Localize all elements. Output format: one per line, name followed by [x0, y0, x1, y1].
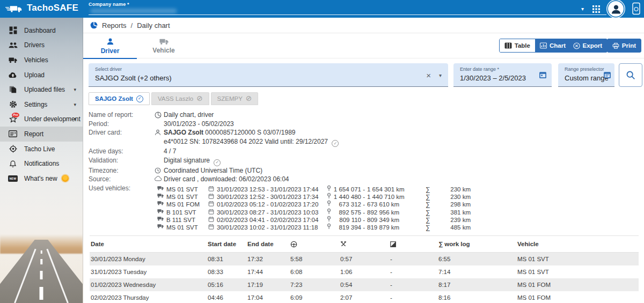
- date-range-label: Enter date range *: [460, 66, 545, 72]
- company-select[interactable]: Company name *: [89, 2, 606, 16]
- sidebar-item-label: Vehicles: [24, 56, 48, 64]
- cell-start: 08:31: [208, 256, 247, 262]
- table-chart-toggle: Table Chart: [499, 39, 571, 53]
- chevron-down-icon[interactable]: ▾: [439, 72, 442, 78]
- driver-select-field[interactable]: Select driver SAJGO Zsolt (+2 others) × …: [89, 63, 448, 87]
- bell-icon: [8, 160, 18, 168]
- driver-chip-sajgo[interactable]: SAJGO Zsolt ✓: [89, 92, 150, 105]
- driver-chip-label: SZEMPY: [217, 95, 243, 102]
- road-dash: [40, 271, 43, 279]
- breadcrumb-separator: /: [131, 21, 133, 29]
- dashboard-icon: [8, 26, 18, 34]
- sidebar-item-label: Notifications: [24, 160, 59, 167]
- cell-availability: -: [390, 269, 438, 275]
- date-range-field[interactable]: Enter date range * 1/30/2023 – 2/5/2023: [453, 63, 552, 87]
- truck-icon: [157, 216, 164, 221]
- truck-icon: [159, 38, 169, 45]
- detail-row-active-days: Active days: 4 / 7: [89, 147, 477, 156]
- cell-vehicle: MS 01 SVT: [517, 256, 639, 262]
- km-from: 819 394 -: [331, 223, 365, 232]
- cell-worklog: 6:55: [438, 256, 517, 262]
- sidebar-item-label: Dashboard: [24, 27, 56, 34]
- driver-chip-szempy[interactable]: SZEMPY ⊘: [211, 92, 259, 105]
- report-icon: [8, 130, 18, 137]
- detail-label: Active days:: [89, 147, 155, 156]
- driver-chip-label: SAJGO Zsolt: [95, 95, 133, 102]
- sidebar-item-label: Tacho Live: [24, 145, 55, 153]
- clear-icon[interactable]: ×: [426, 71, 431, 80]
- cell-start: 08:33: [208, 269, 247, 275]
- sidebar-item-dashboard[interactable]: Dashboard: [0, 23, 83, 38]
- driver-chip-vass[interactable]: VASS Laszlo ⊘: [151, 92, 209, 105]
- search-button[interactable]: [619, 63, 642, 87]
- cell-end: 17:44: [247, 269, 290, 275]
- tab-driver-label: Driver: [101, 47, 120, 55]
- driver-chip-label: VASS Laszlo: [158, 95, 193, 102]
- search-icon: [626, 70, 635, 80]
- sidebar-item-settings[interactable]: Settings ▾: [0, 97, 83, 112]
- detail-row-source: Source: Driver card , downloaded: 06/02/…: [89, 175, 477, 184]
- driver-select-value: SAJGO Zsolt (+2 others): [95, 74, 442, 82]
- company-caret-icon[interactable]: ▾: [581, 6, 584, 12]
- calendar-icon: [208, 193, 214, 199]
- app-logo[interactable]: TachoSAFE: [5, 3, 78, 13]
- sidebar-item-uploaded-files[interactable]: Uploaded files ▾: [0, 82, 83, 97]
- detail-label: Driver card:: [89, 128, 155, 137]
- breadcrumb-section[interactable]: Reports: [102, 21, 127, 29]
- tab-vehicle-label: Vehicle: [152, 47, 174, 54]
- table-view-button[interactable]: Table: [500, 39, 535, 52]
- print-button[interactable]: Print: [607, 39, 641, 53]
- availability-square-icon: [390, 241, 438, 247]
- used-vehicle-row: MS 01 SVT 30/01/2023 10:02 - 31/01/2023 …: [155, 223, 477, 231]
- chevron-down-icon: ▾: [74, 116, 76, 122]
- sidebar-item-tacho-live[interactable]: Tacho Live: [0, 142, 83, 157]
- logo-text: TachoSAFE: [27, 3, 78, 13]
- apps-grid-icon[interactable]: [592, 5, 600, 13]
- check-circle-icon: ✓: [332, 140, 339, 147]
- sidebar-item-upload[interactable]: Upload: [0, 68, 83, 83]
- calendar-range-icon[interactable]: [603, 71, 611, 79]
- cell-end: 17:04: [247, 294, 290, 301]
- range-preselector-field[interactable]: Range preselector Custom range: [558, 63, 614, 87]
- chart-view-button[interactable]: Chart: [535, 39, 570, 52]
- table-row: 31/01/2023 Tuesday 08:33 17:44 6:08 1:06…: [90, 265, 639, 278]
- blocked-icon: ⊘: [246, 95, 252, 102]
- blocked-icon: ⊘: [196, 95, 202, 102]
- sidebar: Dashboard Drivers Vehicles Upload: [0, 18, 83, 303]
- calendar-icon[interactable]: [539, 71, 547, 79]
- export-button[interactable]: Export: [568, 39, 608, 53]
- detail-value: Driver card , downloaded: 06/02/2023 06:…: [155, 175, 289, 184]
- sidebar-item-report[interactable]: Report: [0, 127, 83, 142]
- col-availability: [390, 241, 438, 247]
- sidebar-item-whats-new[interactable]: NEW What's new: [0, 171, 83, 186]
- truck-icon: [157, 209, 164, 213]
- detail-value: SAJGO Zsolt 00000857120000 S 03/07/1989: [155, 128, 296, 137]
- tab-driver[interactable]: Driver: [83, 33, 137, 58]
- company-underline: [89, 14, 606, 15]
- new-burst-icon: [62, 175, 69, 182]
- vehicle-period: 30/01/2023 10:02 - 31/01/2023 11:18: [217, 223, 318, 232]
- chevron-down-icon: ▾: [74, 87, 76, 92]
- sidebar-item-label: What's new: [24, 175, 57, 182]
- tab-vehicle[interactable]: Vehicle: [137, 33, 191, 58]
- calendar-icon: [208, 216, 214, 222]
- sidebar-item-notifications[interactable]: Notifications: [0, 156, 83, 171]
- road-photo: [0, 228, 83, 303]
- work-log-label: work log: [444, 241, 470, 247]
- detail-row-period: Period: 30/01/2023 - 05/02/2023: [89, 120, 477, 129]
- driver-result-tabs: SAJGO Zsolt ✓ VASS Laszlo ⊘ SZEMPY ⊘: [89, 92, 258, 105]
- sidebar-item-drivers[interactable]: Drivers: [0, 38, 83, 53]
- cell-start: 05:16: [208, 282, 247, 288]
- sidebar-item-vehicles[interactable]: Vehicles: [0, 53, 83, 68]
- truck-icon: [157, 201, 164, 205]
- cell-end: 17:19: [247, 282, 290, 288]
- detail-value: Digital signature ✓: [155, 156, 221, 166]
- sidebar-menu: Dashboard Drivers Vehicles Upload: [0, 23, 83, 186]
- sidebar-item-under-development[interactable]: Pro Under development ▾: [0, 112, 83, 127]
- col-vehicle: Vehicle: [517, 241, 639, 247]
- mobile-device-icon[interactable]: [632, 2, 641, 16]
- detail-label: Name of report:: [89, 110, 155, 120]
- user-avatar[interactable]: [608, 1, 624, 17]
- crossed-tools-icon: [340, 241, 390, 247]
- detail-row-validation: Validation: Digital signature ✓: [89, 156, 477, 166]
